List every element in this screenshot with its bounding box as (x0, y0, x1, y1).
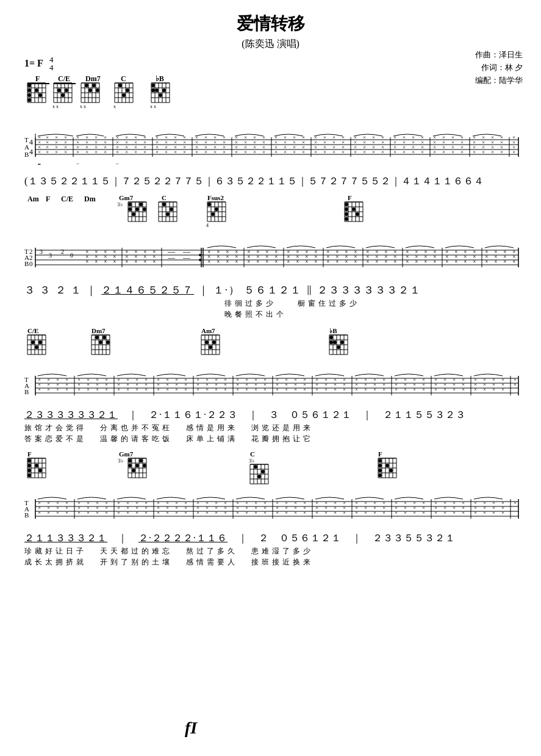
svg-point-361 (211, 212, 215, 216)
svg-text:×: × (166, 386, 169, 392)
svg-text:×: × (85, 149, 88, 155)
svg-point-597 (340, 340, 344, 344)
svg-text:×: × (254, 386, 257, 392)
svg-text:×: × (135, 386, 138, 392)
svg-text:×: × (235, 149, 238, 155)
verse2-chord-diagrams: C/E Dm7 Am7 (24, 326, 525, 367)
svg-point-834 (385, 464, 389, 467)
svg-text:×: × (460, 149, 464, 155)
svg-text:×: × (453, 386, 456, 392)
svg-text:×: × (445, 258, 449, 265)
svg-text:×: × (175, 509, 178, 516)
verse1-notation-row: ３ ３ ２ １ ｜ ２１４６５２５７ ｜ １·） ５６１２１ ‖ ２３３３３３３… (24, 283, 523, 297)
svg-text:×: × (303, 386, 306, 392)
svg-point-548 (35, 345, 38, 349)
svg-text:_: _ (37, 159, 41, 165)
svg-text:x x: x x (52, 104, 59, 109)
svg-text:×: × (195, 149, 198, 155)
svg-point-549 (38, 340, 42, 344)
svg-text:×: × (174, 149, 177, 155)
svg-text:Gm7: Gm7 (119, 450, 134, 458)
svg-text:×: × (47, 386, 50, 392)
svg-point-596 (337, 345, 340, 349)
svg-text:3♭: 3♭ (118, 458, 123, 464)
svg-text:B: B (24, 151, 29, 158)
svg-point-779 (27, 469, 31, 472)
svg-text:×: × (95, 258, 98, 265)
svg-text:×: × (204, 149, 207, 155)
svg-text:×: × (223, 149, 226, 155)
svg-text:Gm7: Gm7 (119, 194, 134, 201)
svg-text:×: × (126, 386, 129, 392)
svg-text:×: × (184, 509, 187, 516)
svg-text:×: × (512, 258, 516, 265)
svg-point-65 (118, 84, 122, 87)
svg-point-347 (170, 207, 173, 211)
svg-point-67 (126, 88, 129, 92)
svg-point-378 (345, 212, 348, 216)
svg-text:×: × (324, 509, 328, 516)
svg-point-345 (162, 203, 166, 206)
verse1-lyrics1: 徘 徊 过 多 少 橱 窗 住 过 多 少 (24, 298, 523, 309)
svg-point-85 (162, 88, 166, 92)
lyricist: 作词：林 夕 (475, 62, 523, 74)
svg-text:×: × (473, 149, 476, 155)
svg-text:×: × (55, 149, 58, 155)
svg-text:Dm7: Dm7 (91, 327, 106, 334)
svg-point-429 (199, 254, 201, 256)
svg-text:×: × (381, 149, 384, 155)
svg-text:C/E: C/E (58, 74, 70, 83)
key-time-row: 1= F 4 4 (24, 56, 523, 71)
svg-text:×: × (105, 386, 108, 392)
svg-text:×: × (38, 386, 41, 392)
chorus-chord-diagrams: F Gm7 3♭ (24, 449, 525, 491)
svg-point-816 (257, 475, 261, 478)
svg-text:×: × (134, 258, 138, 265)
svg-point-327 (128, 203, 132, 206)
svg-text:×: × (126, 509, 129, 516)
svg-text:×: × (274, 258, 278, 265)
svg-text:×: × (454, 258, 458, 265)
svg-text:×: × (294, 509, 297, 516)
svg-point-360 (207, 203, 211, 206)
svg-text:♭B: ♭B (156, 74, 164, 83)
svg-text:×: × (285, 509, 288, 516)
chorus-notation-row: ２１１３３３２１ ｜ ２·２２２２·１１６ ｜ ２ ０５６１２１ ｜ ２３３５５… (24, 532, 523, 545)
svg-text:×: × (276, 386, 279, 392)
verse1-chord-diagrams: Am F C/E Dm Gm7 3♭ C (24, 193, 525, 237)
svg-text:×: × (491, 149, 494, 155)
svg-text:×: × (265, 258, 269, 265)
key-label: 1= F (24, 58, 43, 69)
svg-text:×: × (494, 258, 498, 265)
svg-text:×: × (206, 386, 209, 392)
svg-text:0: 0 (70, 252, 73, 259)
svg-text:×: × (217, 258, 220, 265)
svg-text:×: × (196, 509, 199, 516)
svg-text:×: × (56, 386, 59, 392)
svg-text:×: × (96, 509, 99, 516)
svg-point-15 (27, 93, 31, 97)
svg-text:×: × (412, 149, 415, 155)
svg-point-578 (205, 340, 209, 344)
svg-text:×: × (335, 258, 339, 265)
svg-text:×: × (134, 149, 137, 155)
svg-text:×: × (184, 386, 187, 392)
svg-text:×: × (434, 386, 437, 392)
svg-text:_: _ (115, 159, 119, 165)
intro-notation-row: (１３５２２１１５｜７２５２２７７５｜６３５２２１１５｜５７２７７５５２｜４１４… (24, 175, 523, 188)
svg-text:×: × (501, 386, 504, 392)
svg-text:×: × (355, 509, 358, 516)
svg-text:×: × (245, 386, 248, 392)
svg-text:×: × (373, 386, 376, 392)
svg-text:×: × (125, 149, 128, 155)
svg-point-66 (122, 93, 126, 97)
svg-text:×: × (415, 258, 418, 265)
svg-text:×: × (404, 386, 407, 392)
svg-text:×: × (87, 386, 90, 392)
svg-text:×: × (373, 509, 376, 516)
svg-text:×: × (404, 509, 407, 516)
svg-text:×: × (364, 509, 367, 516)
credits: 作曲：泽日生 作词：林 夕 编配：陆学华 (475, 49, 523, 87)
svg-text:×: × (382, 386, 385, 392)
svg-text:×: × (482, 149, 485, 155)
